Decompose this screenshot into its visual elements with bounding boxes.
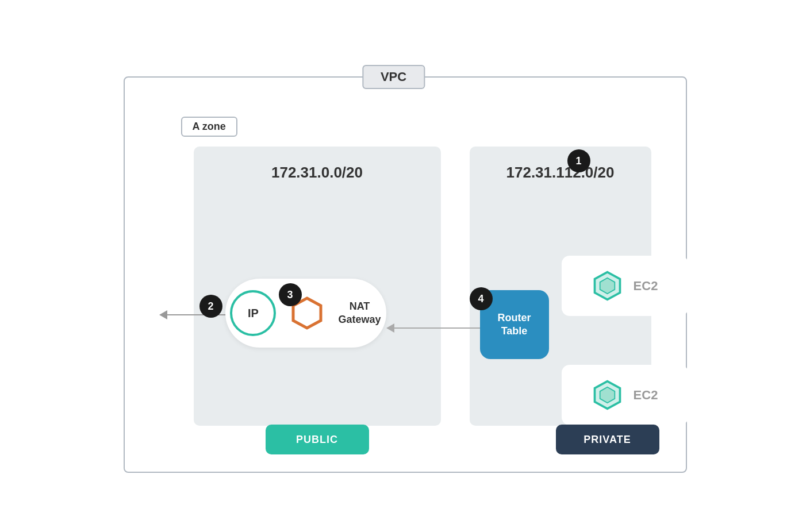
- svg-marker-2: [600, 278, 615, 294]
- ec2-card-2: EC2: [562, 365, 688, 425]
- vpc-label: VPC: [362, 65, 425, 89]
- ec2-hex-icon-2: [592, 379, 623, 411]
- ip-circle: IP: [230, 290, 276, 336]
- badge-3: 3: [279, 283, 302, 306]
- ec2-hex-icon-1: [592, 270, 623, 302]
- public-subnet-cidr: 172.31.0.0/20: [194, 147, 441, 182]
- nat-gateway-component: IP NATGateway: [225, 279, 386, 348]
- ec2-label-1: EC2: [634, 279, 658, 294]
- svg-marker-4: [600, 387, 615, 403]
- private-subnet-cidr: 172.31.112.0/20: [470, 147, 651, 182]
- rt-to-nat-arrow: [386, 323, 491, 333]
- badge-4: 4: [470, 287, 493, 310]
- ec2-label-2: EC2: [634, 388, 658, 403]
- router-table-label: RouterTable: [498, 311, 531, 338]
- azone-label: A zone: [181, 117, 237, 137]
- nat-gateway-label: NATGateway: [338, 300, 381, 327]
- arrow-line: [167, 314, 231, 315]
- arrow-head-icon: [386, 323, 394, 333]
- badge-1: 1: [567, 149, 590, 172]
- badge-2: 2: [199, 295, 222, 318]
- public-button[interactable]: PUBLIC: [266, 425, 369, 454]
- ec2-card-1: EC2: [562, 256, 688, 316]
- arrow-rt-line: [394, 327, 491, 329]
- vpc-box: A zone 172.31.0.0/20 172.31.112.0/20 2 3…: [124, 76, 687, 473]
- diagram-wrapper: VPC A zone 172.31.0.0/20 172.31.112.0/20…: [78, 48, 710, 484]
- arrow-head-left-icon: [159, 310, 167, 319]
- private-button[interactable]: PRIVATE: [556, 425, 659, 454]
